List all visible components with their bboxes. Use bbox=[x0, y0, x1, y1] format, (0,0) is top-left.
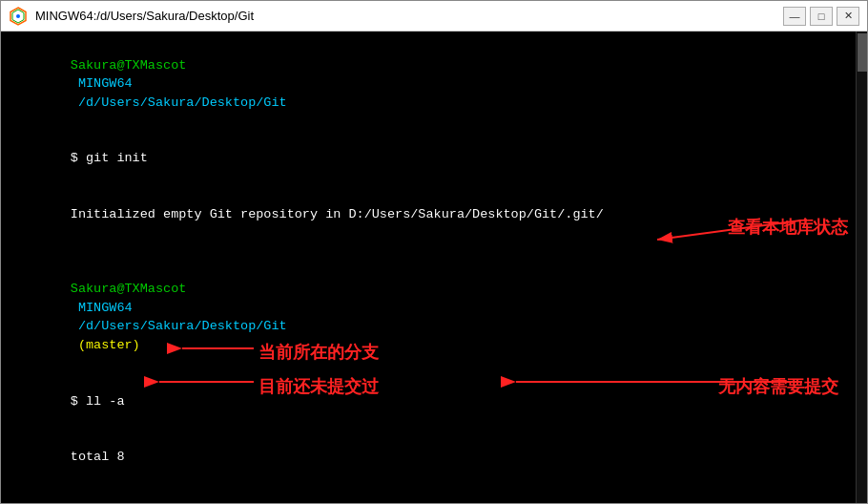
window-title: MINGW64:/d/Users/Sakura/Desktop/Git bbox=[35, 9, 783, 23]
prompt-dir-1: /d/Users/Sakura/Desktop/Git bbox=[71, 95, 287, 110]
terminal-window: MINGW64:/d/Users/Sakura/Desktop/Git — □ … bbox=[0, 0, 868, 504]
output-total: total 8 bbox=[9, 430, 859, 486]
app-icon bbox=[9, 7, 28, 26]
terminal-area[interactable]: Sakura@TXMascot MINGW64 /d/Users/Sakura/… bbox=[1, 32, 867, 503]
close-button[interactable]: ✕ bbox=[837, 7, 859, 26]
prompt-user-1: Sakura@TXMascot bbox=[71, 58, 187, 73]
prompt-line-2: Sakura@TXMascot MINGW64 /d/Users/Sakura/… bbox=[9, 262, 859, 373]
cmd-line-1: $ git init bbox=[9, 131, 859, 187]
cmd-line-2: $ ll -a bbox=[9, 373, 859, 430]
minimize-button[interactable]: — bbox=[783, 7, 806, 26]
maximize-button[interactable]: □ bbox=[810, 7, 833, 26]
terminal-content: Sakura@TXMascot MINGW64 /d/Users/Sakura/… bbox=[9, 37, 859, 503]
output-dir1: drwxr-xr-x 1 Sakura 197609 0 Feb 4 16:08… bbox=[9, 486, 859, 504]
scrollbar-thumb[interactable] bbox=[858, 33, 867, 72]
scrollbar-track[interactable] bbox=[856, 32, 867, 503]
blank-1 bbox=[9, 242, 859, 262]
output-line-1: Initialized empty Git repository in D:/U… bbox=[9, 187, 859, 243]
prompt-line-1: Sakura@TXMascot MINGW64 /d/Users/Sakura/… bbox=[9, 37, 859, 131]
prompt-app-1: MINGW64 bbox=[71, 76, 133, 91]
window-controls: — □ ✕ bbox=[783, 7, 859, 26]
title-bar: MINGW64:/d/Users/Sakura/Desktop/Git — □ … bbox=[1, 1, 867, 32]
svg-point-2 bbox=[16, 14, 20, 18]
